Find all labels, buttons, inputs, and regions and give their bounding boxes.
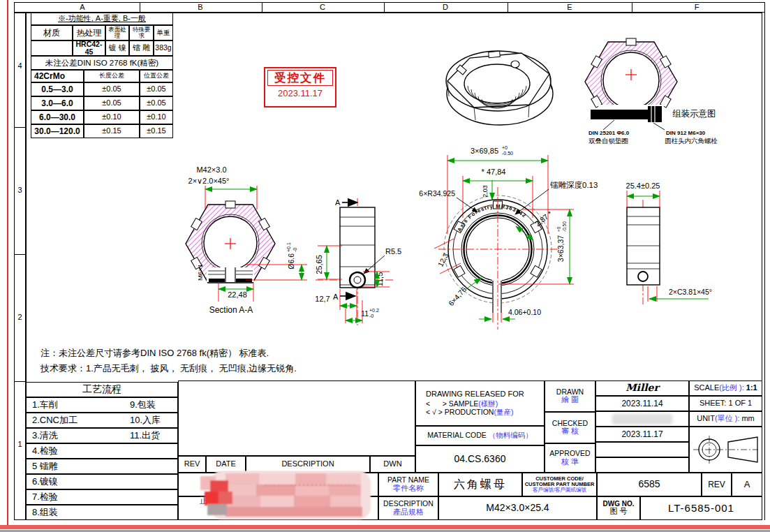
spec-header-heat: 热处理 [73, 25, 105, 40]
spec-pos-tol: ±0.10 [140, 110, 173, 124]
grid-row-label: 3 [14, 186, 26, 194]
drawn-signature: Miller [595, 380, 689, 396]
spec-note-text: ※-功能性, A-重要, B-一般 [58, 15, 146, 23]
process-step: 8.组装 [27, 508, 58, 517]
process-step: 2.CNC加工 [27, 415, 77, 425]
released-for-label: DRAWING RELEASED FOR [426, 390, 524, 399]
grid-col-label: E [556, 3, 584, 11]
dwg-no-value: LT-6585-001 [640, 496, 762, 520]
grid-col-label: F [683, 3, 711, 11]
stamp-title: 受控文件 [267, 70, 333, 86]
released-for-block: DRAWING RELEASED FOR < > SAMPLE(樣辦) < √ … [415, 380, 545, 426]
left-margin-line [7, 0, 8, 525]
material-code-value: 04.CS.6360 [415, 445, 545, 473]
process-step: 4.检验 [27, 446, 58, 456]
description-label-cn: 產品規格 [393, 508, 424, 517]
process-step: 10.入库 [130, 415, 161, 425]
checked-signature-cell [595, 411, 689, 427]
outer-right-line [764, 2, 765, 520]
customer-code-label-cell: CUSTOMER CODE/ CUSTOMER PART NUMBER 客戶编號… [522, 473, 597, 496]
production-option: < √ > PRODUCTION(量産) [426, 408, 513, 416]
material-code-label-cn: （物料编码） [489, 431, 533, 439]
checked-label-cell: CHECKED 審 核 [545, 412, 595, 443]
process-title: 工艺流程 [26, 382, 178, 397]
grid-divider [14, 254, 26, 255]
part-name-value: 六角螺母 [438, 473, 522, 496]
engineering-drawing-page: A B C D E F 4 3 2 1 ※-功能性, A-重要, B-一般 材质… [0, 0, 770, 532]
drawn-date: 2023.11.14 [595, 396, 689, 411]
footer-red-bar [0, 525, 770, 529]
spec-value-special: 镭 雕 [129, 40, 154, 56]
description-value: M42×3.0×25.4 [438, 496, 597, 520]
approved-label-cn: 核 準 [561, 458, 579, 466]
stamp-date: 2023.11.17 [265, 88, 335, 98]
process-row: 5 镭雕 [26, 459, 178, 474]
projection-symbol [690, 427, 762, 472]
process-row: 2.CNC加工 10.入库 [26, 413, 178, 428]
grid-row-label: 1 [14, 440, 26, 448]
drawn-label-cn: 繪 圖 [561, 396, 579, 404]
scale-cell: SCALE(比例 ): 1:1 [689, 380, 762, 396]
process-row: 6.镀镍 [26, 474, 178, 489]
spec-note: ※-功能性, A-重要, B-一般 [31, 13, 173, 25]
spec-header-weight: 单重 [154, 25, 173, 40]
grid-divider [632, 2, 632, 13]
process-row: 4.检验 [26, 443, 178, 459]
scale-value: 1:1 [746, 384, 757, 392]
spec-length-tol-header: 长度公差 [84, 70, 140, 82]
sample-label-cn: (樣辦) [478, 399, 498, 408]
checked-date: 2023.11.17 [595, 427, 689, 442]
description-label-cell: DESCRIPTION 產品規格 [378, 496, 438, 520]
grid-row-label: 4 [14, 61, 26, 70]
sample-option: < > SAMPLE(樣辦) [426, 400, 498, 408]
customer-code-label-cn: 客戶编號/客戶圖紙编號 [533, 487, 586, 493]
grid-col-label: B [186, 3, 214, 11]
process-step: 1.车削 [27, 400, 58, 410]
spec-pos-tol-header: 位置公差 [140, 70, 173, 82]
spec-header-surface: 表面处理 [105, 25, 129, 40]
spec-value-material [31, 40, 73, 56]
spec-tolerance-note: 未注公差DIN ISO 2768 fK(精密) [31, 56, 173, 70]
grid-divider [14, 127, 26, 128]
process-row: 1.车削 9.包装 [26, 397, 178, 413]
process-step: 9.包装 [130, 400, 156, 410]
process-step: 11.出货 [130, 431, 160, 441]
projection-symbol-cell [689, 427, 762, 473]
spec-header-material: 材质 [31, 25, 73, 40]
redacted-stamp-mosaic [198, 471, 380, 521]
spec-header-special: 特殊要求 [129, 25, 154, 40]
sheet-label: SHEET: [699, 399, 727, 408]
grid-divider [384, 2, 385, 13]
grid-row-label: 2 [14, 313, 26, 321]
sample-checkbox: < > [426, 399, 447, 408]
controlled-doc-stamp: 受控文件 2023.11.17 [264, 67, 336, 108]
process-step: 3.清洗 [27, 431, 58, 441]
empty-cell [595, 457, 689, 473]
process-row: 7.检验 [26, 489, 178, 505]
spec-pos-tol: ±0.05 [140, 82, 173, 96]
production-checkbox: < √ > [426, 408, 443, 416]
unit-label-cn: (單位 ): [715, 415, 739, 423]
material-code-label: MATERIAL CODE [427, 431, 487, 439]
sample-label: SAMPLE [449, 399, 479, 408]
unit-label: UNIT [697, 415, 715, 423]
spec-len-tol: ±0.05 [84, 82, 140, 96]
process-row: 3.清洗 11.出货 [26, 428, 178, 443]
grid-col-label: A [68, 3, 96, 11]
part-name-label-cn: 零件名称 [393, 485, 424, 493]
grid-divider [14, 381, 26, 382]
dwg-no-label-cell: DWG NO. 图 号 [597, 496, 640, 520]
part-name-label-cell: PART NAME 零件名称 [378, 473, 438, 496]
dwg-no-label-cn: 图 号 [609, 508, 627, 516]
customer-code-value: 6585 [597, 473, 702, 496]
spec-material-grade: 42CrMo [31, 70, 84, 82]
drawn-label-cell: DRAWN 繪 圖 [545, 380, 595, 412]
grid-col-label: C [309, 3, 336, 11]
note-line-2: 技术要求：1.产品无毛刺， 披风， 无刮痕， 无凹痕,边缘无锐角. [40, 362, 297, 375]
grid-letter-band [14, 2, 765, 13]
spec-range: 30.0—120.0 [31, 124, 84, 138]
rev-value-cell: A [732, 473, 762, 496]
production-label: PRODUCTION [445, 408, 494, 416]
spec-value-weight: 383g [154, 40, 173, 56]
sheet-value: 1 OF 1 [728, 399, 752, 408]
